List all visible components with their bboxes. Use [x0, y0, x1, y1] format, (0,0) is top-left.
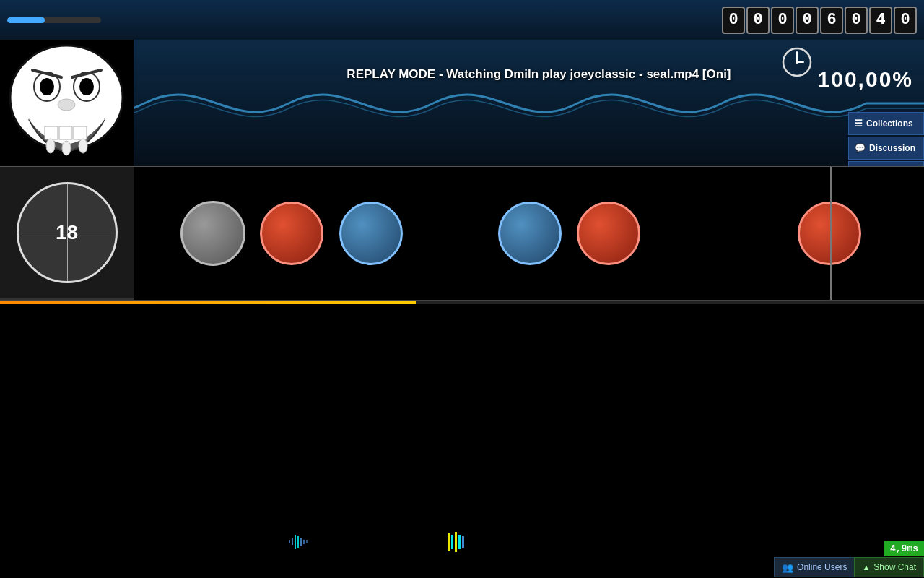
- svg-rect-29: [455, 532, 457, 552]
- hit-circle-large: 18: [17, 182, 118, 283]
- hit-object-red-2: [577, 202, 640, 265]
- clock-icon: [782, 47, 812, 77]
- hit-object-red-1: [260, 202, 323, 265]
- separator-bottom: [0, 300, 924, 301]
- svg-rect-22: [295, 535, 296, 549]
- waveform-area: [289, 527, 635, 556]
- separator-top: [0, 166, 924, 167]
- hit-object-red-3: [798, 202, 861, 265]
- timer-clock: [782, 47, 812, 80]
- svg-point-8: [58, 99, 75, 111]
- score-digit-0: 0: [722, 7, 745, 34]
- discussion-icon: 💬: [855, 143, 866, 153]
- score-digit-3: 0: [796, 7, 819, 34]
- svg-rect-25: [303, 540, 305, 544]
- troll-face-area: [0, 40, 134, 166]
- side-panel: ☰ Collections 💬 Discussion ▶ 1x Playback…: [848, 112, 924, 166]
- collections-icon: ☰: [855, 118, 863, 129]
- svg-rect-10: [59, 126, 72, 139]
- svg-rect-23: [297, 536, 299, 548]
- score-display: 00006040: [722, 7, 917, 34]
- waveform-svg: [289, 527, 635, 556]
- score-digit-5: 0: [845, 7, 868, 34]
- timing-line: [830, 167, 832, 300]
- play-field: [134, 167, 924, 300]
- svg-point-14: [79, 139, 87, 153]
- svg-point-4: [40, 78, 54, 95]
- online-users-icon: 👥: [782, 562, 793, 573]
- hit-circle-display: 18: [0, 167, 134, 300]
- hit-object-blue-2: [498, 202, 562, 265]
- replay-mode-text: REPLAY MODE - Watching Dmiln play joeycl…: [346, 67, 731, 82]
- troll-face-svg: [0, 40, 134, 166]
- progress-bar-fill: [7, 17, 45, 23]
- score-bar: 00006040: [0, 0, 924, 40]
- playback-button[interactable]: ▶ 1x Playback: [848, 161, 924, 166]
- svg-rect-28: [451, 535, 453, 549]
- svg-rect-26: [306, 540, 308, 543]
- svg-point-13: [62, 141, 71, 155]
- score-digit-6: 4: [869, 7, 892, 34]
- svg-rect-30: [458, 535, 461, 549]
- collections-button[interactable]: ☰ Collections: [848, 112, 924, 135]
- svg-rect-11: [74, 126, 87, 139]
- svg-rect-9: [45, 126, 58, 139]
- hit-circle-number: 18: [56, 221, 78, 244]
- hit-object-gray: [180, 201, 245, 266]
- latency-display: 4,9ms: [884, 541, 924, 556]
- svg-point-12: [46, 139, 55, 153]
- score-digit-4: 6: [820, 7, 843, 34]
- svg-rect-20: [289, 540, 290, 543]
- progress-bar-container: [7, 17, 101, 23]
- accuracy-display: 100,00%: [818, 67, 913, 92]
- svg-rect-27: [448, 533, 450, 551]
- discussion-button[interactable]: 💬 Discussion: [848, 137, 924, 160]
- bottom-bar: 👥 Online Users ▲ Show Chat: [0, 556, 924, 578]
- svg-rect-31: [462, 536, 464, 548]
- score-digit-1: 0: [746, 7, 770, 34]
- wave-area: REPLAY MODE - Watching Dmiln play joeycl…: [0, 40, 924, 166]
- score-digit-7: 0: [894, 7, 917, 34]
- chat-icon: ▲: [862, 563, 870, 571]
- svg-rect-24: [300, 538, 302, 546]
- svg-rect-21: [292, 538, 293, 545]
- svg-point-5: [79, 78, 94, 95]
- show-chat-button[interactable]: ▲ Show Chat: [854, 557, 924, 577]
- hit-object-blue-1: [339, 202, 403, 265]
- score-digit-2: 0: [771, 7, 794, 34]
- online-users-button[interactable]: 👥 Online Users: [774, 557, 854, 577]
